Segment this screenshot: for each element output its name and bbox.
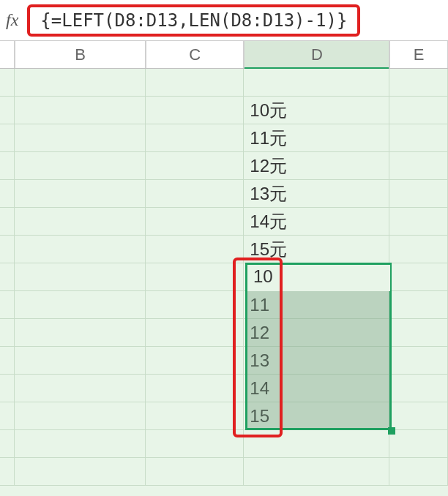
col-header-B[interactable]: B [15,41,146,68]
cell-D12[interactable]: 14元 [244,208,389,236]
cell-D13[interactable]: 15元 [244,236,389,263]
cell-D11[interactable]: 13元 [244,180,389,208]
active-cell-text: 10 [253,266,273,287]
column-headers: B C D E [0,41,448,69]
cell-D20[interactable] [244,430,389,458]
cell-D9[interactable]: 11元 [244,124,389,152]
fx-icon[interactable]: fx [6,10,18,30]
formula-input[interactable]: {=LEFT(D8:D13,LEN(D8:D13)-1)} [27,4,360,37]
col-header-D[interactable]: D [244,41,389,68]
cell-D15[interactable]: 11 [244,291,389,319]
cell-D19[interactable]: 15 [244,402,389,430]
cell-D10[interactable]: 12元 [244,152,389,180]
cell-D7[interactable] [244,69,389,97]
col-header-E[interactable]: E [389,41,448,68]
spreadsheet-grid[interactable]: 10元 11元 12元 13元 14元 15元 10 11 12 13 14 1… [0,69,448,486]
col-header-A[interactable] [0,41,15,68]
cell-D8[interactable]: 10元 [244,97,389,124]
col-header-C[interactable]: C [146,41,244,68]
cell-D21[interactable] [244,458,389,486]
cell-D18[interactable]: 14 [244,375,389,402]
cell-D17[interactable]: 13 [244,347,389,375]
cell-D16[interactable]: 12 [244,319,389,347]
formula-bar: fx {=LEFT(D8:D13,LEN(D8:D13)-1)} [0,0,448,41]
